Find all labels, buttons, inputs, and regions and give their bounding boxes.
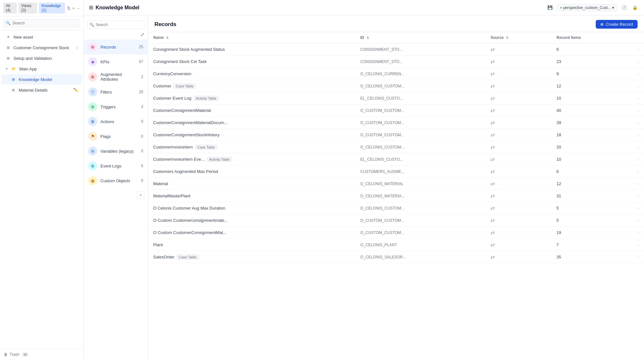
col-name[interactable]: Name ⇅ — [148, 32, 355, 43]
record-name: Customers Augmented Max Period — [153, 169, 218, 174]
record-row-arrow-cell[interactable]: › — [632, 190, 644, 202]
category-item-actions[interactable]: ⊕ Actions 0 — [84, 114, 148, 129]
category-item-filters[interactable]: ▽ Filters 20 — [84, 85, 148, 99]
sidebar-item-knowledge-model[interactable]: ⊞ Knowledge Model — [1, 74, 82, 85]
record-row-arrow-cell[interactable]: › — [632, 104, 644, 117]
record-row-arrow-cell[interactable]: › — [632, 141, 644, 153]
table-row[interactable]: CurrencyConversion O_CELONIS_CURREN... ⇄… — [148, 68, 644, 80]
record-row-arrow-cell[interactable]: › — [632, 68, 644, 80]
row-arrow-icon[interactable]: › — [637, 145, 639, 150]
user-perspective-selector[interactable]: ● perspective_custom_Cust... ▾ — [557, 4, 617, 11]
table-row[interactable]: Consignment Stock Augmented Status CONSI… — [148, 43, 644, 56]
table-row[interactable]: SalesOrderCase Table O_CELONIS_SALESOR..… — [148, 251, 644, 263]
record-row-arrow-cell[interactable]: › — [632, 214, 644, 227]
table-row[interactable]: O Custom CustomerConsignmentMat... O_CUS… — [148, 227, 644, 239]
sidebar-item-new-asset[interactable]: ✦ New asset — [1, 32, 82, 42]
record-row-arrow-cell[interactable]: › — [632, 129, 644, 141]
clock-icon[interactable]: 🕐 — [620, 4, 628, 11]
category-item-kpis[interactable]: ◈ KPIs 67 — [84, 54, 148, 69]
record-source-cell: ⇄ — [485, 251, 551, 263]
more-icon[interactable]: ··· — [77, 6, 80, 11]
table-row[interactable]: CustomerConsignmentMaterialDocum... O_CU… — [148, 117, 644, 129]
add-icon[interactable]: + — [72, 6, 75, 11]
table-row[interactable]: CustomerConsignmentMaterial O_CUSTOM_CUS… — [148, 104, 644, 117]
tab-all[interactable]: All (4) — [3, 3, 17, 14]
record-row-arrow-cell[interactable]: › — [632, 251, 644, 263]
record-items-cell: 12 — [551, 178, 632, 190]
record-row-arrow-cell[interactable]: › — [632, 117, 644, 129]
record-row-arrow-cell[interactable]: › — [632, 166, 644, 178]
col-source[interactable]: Source ⇅ — [485, 32, 551, 43]
table-row[interactable]: Customers Augmented Max Period CUSTOMERS… — [148, 166, 644, 178]
record-row-arrow-cell[interactable]: › — [632, 202, 644, 214]
category-icon-kpis: ◈ — [88, 57, 97, 66]
category-item-triggers[interactable]: ⊛ Triggers 3 — [84, 99, 148, 114]
sidebar-item-setup-validation[interactable]: ⊞ Setup and Validation — [1, 53, 82, 63]
row-arrow-icon[interactable]: › — [637, 47, 639, 52]
save-icon[interactable]: 💾 — [546, 4, 554, 11]
row-arrow-icon[interactable]: › — [637, 132, 639, 138]
record-row-arrow-cell[interactable]: › — [632, 92, 644, 104]
table-row[interactable]: O Custom Customerconsignmentmate... O_CU… — [148, 214, 644, 227]
category-item-records[interactable]: ⊕ Records 25 — [84, 40, 148, 54]
create-record-button[interactable]: ⊕ Create Record — [596, 20, 638, 29]
sidebar-item-main-app[interactable]: ▼ 📁 Main App — [1, 64, 82, 74]
row-arrow-icon[interactable]: › — [637, 59, 639, 64]
lock-icon[interactable]: 🔒 — [631, 4, 639, 11]
table-row[interactable]: MaterialMasterPlant O_CELONIS_MATERIA...… — [148, 190, 644, 202]
create-record-icon: ⊕ — [600, 22, 604, 27]
source-sync-icon: ⇄ — [490, 193, 495, 199]
row-arrow-icon[interactable]: › — [637, 157, 639, 162]
sidebar-item-customer-consignment[interactable]: ⊞ Customer Consignment Stock ⌂ — [1, 42, 82, 53]
record-items-cell: 18 — [551, 129, 632, 141]
row-arrow-icon[interactable]: › — [637, 169, 639, 174]
record-row-arrow-cell[interactable]: › — [632, 178, 644, 190]
expand-icon[interactable]: ⤢ — [140, 32, 145, 38]
category-item-custom[interactable]: ◉ Custom Objects 0 — [84, 173, 148, 188]
row-arrow-icon[interactable]: › — [637, 255, 639, 260]
record-row-arrow-cell[interactable]: › — [632, 80, 644, 92]
record-row-arrow-cell[interactable]: › — [632, 56, 644, 68]
source-sync-icon: ⇄ — [490, 71, 495, 76]
record-row-arrow-cell[interactable]: › — [632, 227, 644, 239]
table-row[interactable]: Consignment Stock Cel Task CONSIGNMENT_S… — [148, 56, 644, 68]
sidebar-item-material-details[interactable]: ⊞ Material Details ✏️ — [1, 85, 82, 95]
row-arrow-icon[interactable]: › — [637, 206, 639, 211]
category-item-eventlogs[interactable]: ⊕ Event Logs 5 — [84, 158, 148, 173]
table-row[interactable]: CustomerInvoiceItemCase Table O_CELONIS_… — [148, 141, 644, 153]
record-row-arrow-cell[interactable]: › — [632, 153, 644, 166]
row-arrow-icon[interactable]: › — [637, 120, 639, 125]
row-arrow-icon[interactable]: › — [637, 242, 639, 248]
table-row[interactable]: Plant O_CELONIS_PLANT ⇄ 7 › — [148, 239, 644, 251]
table-row[interactable]: CustomerConsignmentStockHistory O_CUSTOM… — [148, 129, 644, 141]
table-row[interactable]: O Celonis Customer Aug Max Duration O_CE… — [148, 202, 644, 214]
row-arrow-icon[interactable]: › — [637, 96, 639, 101]
material-details-edit-icon[interactable]: ✏️ — [73, 88, 78, 92]
table-row[interactable]: Customer Event LogActivity Table EL_CELO… — [148, 92, 644, 104]
table-row[interactable]: CustomerCase Table O_CELONIS_CUSTOM... ⇄… — [148, 80, 644, 92]
category-search-input[interactable] — [87, 21, 145, 29]
tab-views[interactable]: Views (3) — [19, 3, 37, 14]
row-arrow-icon[interactable]: › — [637, 108, 639, 113]
row-arrow-icon[interactable]: › — [637, 230, 639, 235]
record-row-arrow-cell[interactable]: › — [632, 239, 644, 251]
row-arrow-icon[interactable]: › — [637, 84, 639, 89]
category-item-variables[interactable]: ⊕ Variables (legacy) 0 — [84, 144, 148, 158]
collapse-panel-btn[interactable]: « — [137, 191, 145, 199]
record-source-cell: ⇄ — [485, 166, 551, 178]
sidebar-footer[interactable]: 🗑 Trash 36 — [0, 349, 83, 360]
table-row[interactable]: Material O_CELONIS_MATERIAL ⇄ 12 › — [148, 178, 644, 190]
col-id[interactable]: ID ⇅ — [355, 32, 485, 43]
row-arrow-icon[interactable]: › — [637, 181, 639, 186]
category-item-flags[interactable]: ⚑ Flags 0 — [84, 129, 148, 144]
record-items-cell: 9 — [551, 68, 632, 80]
row-arrow-icon[interactable]: › — [637, 71, 639, 76]
row-arrow-icon[interactable]: › — [637, 194, 639, 199]
record-row-arrow-cell[interactable]: › — [632, 43, 644, 56]
category-item-augmented[interactable]: ⊗ Augmented Attributes 2 — [84, 69, 148, 85]
table-row[interactable]: CustomerInvoiceItem Eve...Activity Table… — [148, 153, 644, 166]
sidebar-search-input[interactable] — [3, 19, 80, 27]
sort-icon[interactable]: ⇅ — [67, 6, 70, 11]
tab-knowledge[interactable]: Knowledge (1) — [39, 3, 65, 14]
row-arrow-icon[interactable]: › — [637, 218, 639, 223]
